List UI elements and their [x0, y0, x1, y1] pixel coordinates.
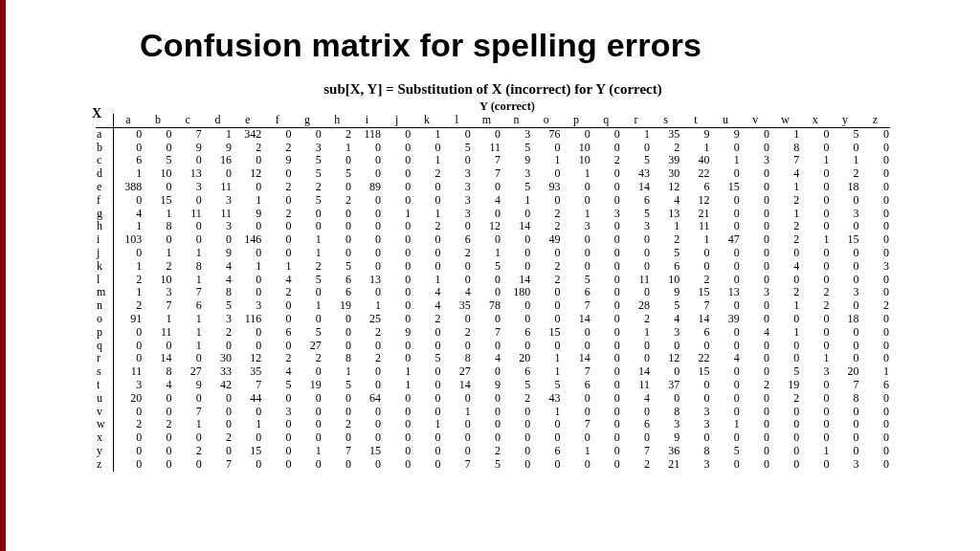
cell: 0: [382, 352, 412, 365]
cell: 0: [591, 418, 621, 431]
cell: 10: [561, 154, 590, 167]
cell: 0: [292, 365, 322, 379]
cell: 4: [621, 392, 651, 406]
cell: 0: [143, 392, 172, 406]
cell: 1: [382, 365, 412, 379]
cell: 0: [800, 340, 830, 353]
cell: 2: [233, 142, 262, 155]
cell: 0: [262, 418, 292, 431]
cell: 3: [621, 220, 651, 233]
table-row: d11013012055002373010433022004020: [96, 167, 890, 181]
cell: 0: [262, 194, 292, 208]
cell: 1: [113, 260, 143, 274]
row-header: b: [96, 142, 113, 155]
col-header: d: [203, 114, 233, 127]
cell: 0: [860, 406, 890, 419]
row-header: t: [96, 379, 113, 392]
row-header: i: [96, 233, 113, 247]
cell: 0: [472, 181, 501, 194]
cell: 0: [292, 392, 322, 406]
cell: 0: [352, 194, 382, 208]
cell: 0: [531, 167, 561, 181]
cell: 0: [531, 340, 561, 353]
cell: 0: [442, 445, 472, 458]
cell: 0: [352, 142, 382, 155]
slide: Confusion matrix for spelling errors sub…: [0, 0, 980, 551]
cell: 0: [741, 260, 770, 274]
cell: 0: [352, 220, 382, 233]
cell: 1: [233, 418, 262, 431]
cell: 0: [292, 286, 322, 299]
cell: 0: [531, 458, 561, 472]
cell: 3: [143, 286, 172, 299]
cell: 0: [561, 431, 590, 445]
cell: 0: [531, 313, 561, 326]
cell: 11: [143, 326, 172, 340]
cell: 1: [233, 260, 262, 274]
cell: 0: [412, 233, 441, 247]
cell: 0: [711, 431, 741, 445]
cell: 1: [800, 154, 830, 167]
cell: 2: [442, 247, 472, 260]
cell: 118: [352, 127, 382, 141]
cell: 1: [412, 208, 441, 221]
cell: 0: [412, 445, 441, 458]
cell: 0: [501, 313, 531, 326]
cell: 1: [472, 247, 501, 260]
cell: 6: [262, 326, 292, 340]
cell: 0: [352, 286, 382, 299]
cell: 0: [323, 220, 352, 233]
cell: 0: [830, 406, 859, 419]
cell: 12: [233, 167, 262, 181]
cell: 3: [680, 418, 710, 431]
cell: 0: [143, 233, 172, 247]
cell: 0: [382, 220, 412, 233]
cell: 0: [680, 392, 710, 406]
cell: 0: [860, 431, 890, 445]
cell: 0: [531, 247, 561, 260]
cell: 1: [770, 127, 800, 141]
row-header: p: [96, 326, 113, 340]
cell: 5: [501, 181, 531, 194]
cell: 0: [591, 194, 621, 208]
cell: 0: [770, 445, 800, 458]
cell: 0: [770, 274, 800, 287]
cell: 0: [830, 326, 859, 340]
cell: 1: [173, 340, 203, 353]
cell: 0: [442, 431, 472, 445]
cell: 1: [412, 274, 441, 287]
cell: 11: [472, 142, 501, 155]
cell: 3: [442, 208, 472, 221]
cell: 0: [591, 392, 621, 406]
row-header: y: [96, 445, 113, 458]
cell: 7: [173, 406, 203, 419]
cell: 0: [233, 431, 262, 445]
cell: 0: [113, 406, 143, 419]
cell: 0: [173, 194, 203, 208]
cell: 0: [531, 431, 561, 445]
cell: 4: [472, 194, 501, 208]
cell: 7: [680, 299, 710, 313]
cell: 1: [621, 127, 651, 141]
cell: 0: [741, 458, 770, 472]
cell: 4: [203, 260, 233, 274]
cell: 0: [203, 406, 233, 419]
cell: 3: [680, 458, 710, 472]
cell: 10: [143, 167, 172, 181]
cell: 0: [382, 247, 412, 260]
cell: 2: [412, 167, 441, 181]
cell: 9: [651, 286, 680, 299]
cell: 27: [173, 365, 203, 379]
cell: 0: [741, 406, 770, 419]
cell: 0: [830, 352, 859, 365]
cell: 1: [531, 365, 561, 379]
cell: 14: [442, 379, 472, 392]
cell: 0: [860, 181, 890, 194]
cell: 25: [352, 313, 382, 326]
cell: 8: [323, 352, 352, 365]
cell: 0: [292, 458, 322, 472]
cell: 1: [173, 326, 203, 340]
row-header: w: [96, 418, 113, 431]
cell: 2: [323, 194, 352, 208]
cell: 2: [173, 445, 203, 458]
